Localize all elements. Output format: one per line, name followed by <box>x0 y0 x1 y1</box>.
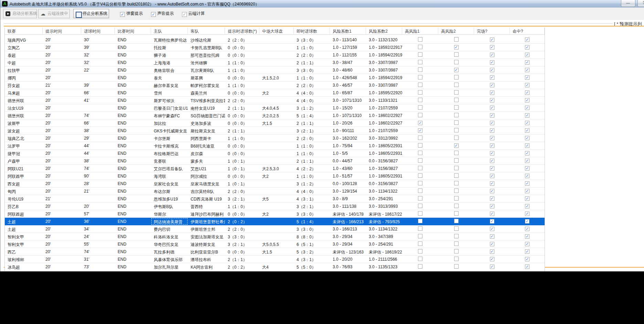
table-row[interactable]: 阿联酋超20'57'END华斯尔迪拜沙巴布阿赫利0（0：0）大23（3：0）未评… <box>5 210 545 218</box>
checkbox-hr1[interactable] <box>418 83 422 87</box>
checkbox-hr2[interactable] <box>454 158 459 163</box>
sound-alert-checkbox[interactable]: ✓声音提示 <box>151 11 174 17</box>
table-row[interactable]: 中超20'32'END上海海港沧州雄狮1（1：0）2（1：1）3.0 - 38/… <box>5 59 545 66</box>
checkbox-hit[interactable]: ✓ <box>525 121 529 125</box>
checkbox-finished[interactable]: ✓ <box>490 249 494 254</box>
checkbox-hr1[interactable]: ✓ <box>418 121 422 125</box>
checkbox-hit[interactable]: ✓ <box>525 249 529 254</box>
checkbox-hr2[interactable] <box>454 75 459 79</box>
table-row[interactable]: 土超20'36'END阿达纳迪美斯普伊斯坦堡普野社希尔2（0：2）5（1：4）未… <box>5 218 545 225</box>
checkbox-hr2[interactable]: ✓ <box>454 45 459 50</box>
checkbox-hit[interactable]: ✓ <box>525 196 529 201</box>
checkbox-hit[interactable]: ✓ <box>525 53 529 57</box>
checkbox-hr1[interactable] <box>418 257 422 261</box>
table-row[interactable]: 立陶乙20'39'END托拉斯卡努扎吉里斯B队0（0：0）1（1：0）1.0 -… <box>5 44 545 51</box>
checkbox-hit[interactable]: ✓ <box>525 159 529 163</box>
checkbox-hit[interactable]: ✓ <box>525 75 529 80</box>
column-header-live_goals[interactable]: 即时进球数 <box>294 28 330 34</box>
checkbox-hr1[interactable] <box>418 166 422 170</box>
checkbox-finished[interactable]: ✓ <box>490 151 494 155</box>
checkbox-hr1[interactable] <box>418 249 422 253</box>
checkbox-hit[interactable]: ✓ <box>525 264 529 269</box>
checkbox-hr2[interactable] <box>454 90 459 95</box>
table-row[interactable]: 法女U1920'END巴黎圣日门女足U19南特女足U192（1：1）大4.0,4… <box>5 104 545 112</box>
checkbox-hr1[interactable] <box>418 181 422 185</box>
checkbox-hr2[interactable] <box>454 37 459 42</box>
checkbox-hr1[interactable] <box>418 90 422 95</box>
checkbox-hr2[interactable] <box>454 226 459 231</box>
checkbox-hit[interactable]: ✓ <box>525 219 529 224</box>
minimize-button[interactable]: — <box>621 0 635 7</box>
checkbox-hr2[interactable] <box>454 219 459 223</box>
column-header-hint_goals[interactable]: 提示时进球数(*) <box>225 28 259 34</box>
checkbox-finished[interactable]: ✓ <box>490 136 494 140</box>
checkbox-hit[interactable]: ✓ <box>525 60 529 65</box>
checkbox-hr2[interactable] <box>454 136 459 140</box>
table-row[interactable]: 芬乙B20'20'END伊韦斯B队普西特1（1：0）3（2：1）3.0 - 11… <box>5 203 545 210</box>
table-row[interactable]: 拉脱甲20'22'END奥格雷联合瓦尔麦斯B队1（1：0）3（3：0）3.0 -… <box>5 66 545 74</box>
checkbox-hit[interactable]: ✓ <box>525 212 529 216</box>
checkbox-finished[interactable]: ✓ <box>490 159 494 163</box>
table-row[interactable]: 挪丙20'END泰夫斯基腾0（0：0）大1.5,2.01（1：0）1.0 - 4… <box>5 74 545 82</box>
column-header-hit[interactable]: 命中? <box>510 28 545 34</box>
checkbox-hr1[interactable] <box>418 211 422 216</box>
checkbox-hr2[interactable] <box>454 257 459 261</box>
checkbox-hr1[interactable] <box>418 98 422 102</box>
table-row[interactable]: 冰岛超20'73'END加尔扎拜尔星KA阿古雷利2（0：2）大45（5：0）3.… <box>5 263 545 271</box>
checkbox-hit[interactable]: ✓ <box>525 227 529 231</box>
checkbox-finished[interactable]: ✓ <box>490 68 494 72</box>
table-row[interactable]: 芬女超21'39'END赫尔辛基女足帕罗柯尔霍女足1（1：0）2（2：0）3.0… <box>5 82 545 89</box>
cloud-connect-button[interactable]: ☁ 云端连接中 <box>38 9 70 18</box>
table-row[interactable]: 卢森甲20'38'END竞赛联蒙多夫1（0：1）2（1：1）0.0 - 44/5… <box>5 157 545 165</box>
table-row[interactable]: 哥伦U1921'END恩维加多U19CD西克洛斯 U193（2：1）大54（3：… <box>5 195 545 203</box>
maximize-button[interactable]: ❐ <box>637 0 644 7</box>
checkbox-finished[interactable]: ✓ <box>490 264 494 269</box>
checkbox-hit[interactable]: ✓ <box>525 90 529 95</box>
checkbox-hr2[interactable] <box>454 264 459 269</box>
checkbox-finished[interactable]: ✓ <box>490 227 494 231</box>
table-row[interactable]: 土超20'34'END费内巴切伊斯坦堡士邦2（2：0）3（3：0）3.0 - 1… <box>5 225 545 233</box>
checkbox-hr1[interactable] <box>418 143 422 148</box>
table-row[interactable]: 波女超20'38'ENDGKS卡托威斯女足斯拉斯克女足2（1：1）3（2：1）1… <box>5 127 545 134</box>
checkbox-hr1[interactable] <box>418 204 422 208</box>
checkbox-hr1[interactable] <box>418 105 422 110</box>
checkbox-hit[interactable]: ✓ <box>525 98 529 102</box>
checkbox-hr1[interactable] <box>418 188 422 193</box>
checkbox-finished[interactable]: ✓ <box>490 37 494 42</box>
checkbox-hit[interactable]: ✓ <box>525 242 529 246</box>
column-header-hr1[interactable]: 高风险1 <box>402 28 438 34</box>
checkbox-hit[interactable]: ✓ <box>525 37 529 42</box>
checkbox-hit[interactable]: ✓ <box>525 181 529 186</box>
checkbox-hr1[interactable] <box>418 196 422 201</box>
checkbox-finished[interactable]: ✓ <box>490 98 494 102</box>
checkbox-hr2[interactable]: ✓ <box>454 68 459 72</box>
checkbox-hit[interactable]: ✓ <box>525 204 529 208</box>
checkbox-hr2[interactable] <box>454 151 459 155</box>
checkbox-hit[interactable]: ✓ <box>525 128 529 133</box>
checkbox-hit[interactable]: ✓ <box>525 143 529 148</box>
checkbox-hr1[interactable] <box>418 234 422 238</box>
checkbox-finished[interactable]: ✓ <box>490 45 494 50</box>
checkbox-finished[interactable]: ✓ <box>490 83 494 87</box>
checkbox-hit[interactable]: ✓ <box>525 136 529 140</box>
column-header-home[interactable]: 主队 <box>151 28 188 34</box>
table-row[interactable]: 玻利维杯20'31'END风暴体育俱乐部潘塔拉布科2（1：1）4（3：1）1.0… <box>5 256 545 263</box>
table-row[interactable]: 西乙20'74'END瓦拉多利德比利亚雷亚尔B0（0：0）大1.55（3：2）未… <box>5 248 545 256</box>
column-header-match_time[interactable]: 比赛时间 <box>115 28 151 34</box>
table-row[interactable]: 智利女甲20'24'END科洛科洛女足安图法加斯塔女足3（3：0）8（8：0）3… <box>5 233 545 240</box>
checkbox-hit[interactable]: ✓ <box>525 68 529 72</box>
checkbox-hr2[interactable] <box>454 241 459 246</box>
checkbox-hr1[interactable] <box>418 60 422 64</box>
checkbox-hr2[interactable] <box>454 249 459 253</box>
checkbox-hit[interactable]: ✓ <box>525 174 529 178</box>
table-row[interactable]: 波斯甲20'66'END加比拉史洛加多波0（0：0）大1.52（1：1）1.0 … <box>5 119 545 127</box>
checkbox-hr1[interactable] <box>418 37 422 42</box>
checkbox-hr2[interactable] <box>454 204 459 208</box>
checkbox-hr2[interactable] <box>454 83 459 87</box>
table-row[interactable]: 西女超20'28'END皇家社会女足皇家马德里女足1（0：1）3（1：2）0.0… <box>5 180 545 187</box>
checkbox-hr1[interactable]: ✓ <box>418 128 422 133</box>
start-analysis-button[interactable]: 启动分析系统 <box>3 9 37 18</box>
column-header-risk2[interactable]: 风险系数2 <box>366 28 402 34</box>
table-row[interactable]: 乌拉业余杯20'87'END贝拉维德派蒙杜皮拉塔斯青年2（1：1）大3.54（2… <box>5 271 545 271</box>
table-row[interactable]: 智利女甲20'55'END华奇巴托女足迪波特斯女足3（2：1）大5.0,5.56… <box>5 240 545 248</box>
